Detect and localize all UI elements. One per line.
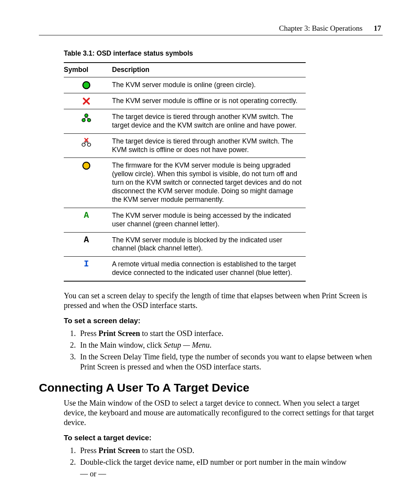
sym-desc: The firmware for the KVM server module i… [112,158,306,208]
sym-desc: The KVM server module is offline or is n… [112,93,306,109]
svg-line-6 [84,117,86,119]
table-row: The KVM server module is online (green c… [64,77,306,93]
menu-path: Setup — Menu [164,341,210,349]
svg-point-0 [83,82,90,89]
status-symbol-table: Symbol Description The KVM server module… [64,62,306,282]
table-caption: Table 3.1: OSD interface status symbols [64,49,383,58]
table-row: The firmware for the KVM server module i… [64,158,306,208]
table-row: The KVM server module is offline or is n… [64,93,306,109]
table-row: A The KVM server module is being accesse… [64,208,306,232]
section-heading: Connecting A User To A Target Device [39,381,383,394]
tier-offline-icon [64,137,109,147]
procedure-heading: To set a screen delay: [64,317,383,325]
table-row: A The KVM server module is blocked by th… [64,232,306,257]
upgrade-circle-icon [64,161,109,170]
black-a-icon: A [84,235,89,245]
chapter-label: Chapter 3: Basic Operations [279,24,362,32]
table-row: The target device is tiered through anot… [64,109,306,133]
table-row: I A remote virtual media connection is e… [64,257,306,281]
col-symbol: Symbol [64,63,112,77]
sym-desc: The KVM server module is being accessed … [112,208,306,232]
svg-point-5 [88,119,91,122]
procedure-heading: To select a target device: [64,434,383,442]
step: Double-click the target device name, eID… [78,457,383,467]
green-a-icon: A [84,211,89,220]
online-circle-icon [64,81,109,89]
step: Press Print Screen to start the OSD. [78,445,383,455]
sym-desc: The target device is tiered through anot… [112,109,306,133]
procedure-steps: Press Print Screen to start the OSD. Dou… [64,445,383,467]
svg-line-7 [86,117,89,119]
sym-desc: The target device is tiered through anot… [112,133,306,158]
sym-desc: A remote virtual media connection is est… [112,257,306,281]
col-description: Description [112,63,306,77]
step: In the Main window, click Setup — Menu. [78,340,383,350]
svg-point-14 [83,162,90,169]
svg-point-4 [82,119,85,122]
intro-paragraph: You can set a screen delay to specify th… [64,291,383,310]
print-screen-key: Print Screen [98,329,140,338]
or-separator: — or — [80,469,383,478]
svg-point-10 [82,143,85,146]
blue-i-icon: I [84,259,89,269]
header-rule [39,35,383,35]
sym-desc: The KVM server module is blocked by the … [112,232,306,257]
offline-x-icon [64,97,109,105]
step: In the Screen Delay Time field, type the… [78,352,383,372]
step: Press Print Screen to start the OSD inte… [78,328,383,338]
svg-point-11 [88,143,91,146]
page-number: 17 [374,24,381,32]
print-screen-key: Print Screen [98,446,140,455]
svg-point-3 [85,114,88,117]
procedure-steps: Press Print Screen to start the OSD inte… [64,328,383,372]
sym-desc: The KVM server module is online (green c… [112,77,306,93]
table-row: The target device is tiered through anot… [64,133,306,158]
running-header: Chapter 3: Basic Operations 17 [39,24,383,35]
tier-online-icon [64,113,109,123]
section-paragraph: Use the Main window of the OSD to select… [64,398,383,427]
